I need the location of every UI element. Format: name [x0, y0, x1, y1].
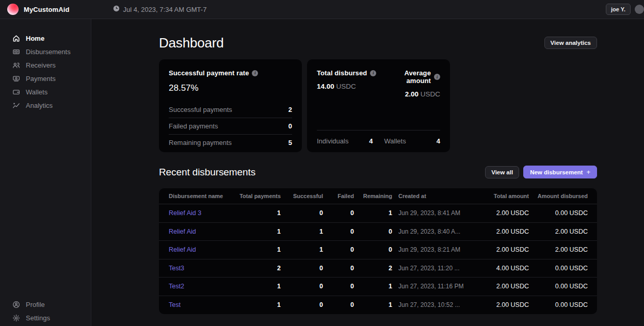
- successful-cell: 1: [281, 246, 323, 253]
- amount-unit: USDC: [336, 83, 356, 90]
- wallets-label: Wallets: [384, 137, 406, 145]
- table-header: Disbursement name Total payments Success…: [159, 188, 597, 204]
- total-payments-cell: 1: [237, 228, 281, 235]
- wallets-value: 4: [437, 137, 440, 145]
- gear-icon: [12, 314, 20, 322]
- disbursements-table: Disbursement name Total payments Success…: [159, 188, 597, 314]
- total-amount-cell: 2.00 USDC: [482, 283, 529, 290]
- disbursement-link[interactable]: Relief Aid 3: [169, 209, 237, 217]
- view-all-button[interactable]: View all: [485, 166, 519, 178]
- total-payments-cell: 1: [237, 283, 281, 290]
- disbursement-link[interactable]: Test: [169, 301, 237, 308]
- wallets-icon: [12, 88, 20, 96]
- successful-cell: 0: [281, 209, 323, 217]
- user-menu-button[interactable]: joe Y.: [606, 4, 631, 15]
- disbursement-link[interactable]: Relief Aid: [169, 246, 237, 253]
- sidebar-item-home[interactable]: Home: [0, 31, 91, 45]
- new-disbursement-button[interactable]: New disbursement +: [523, 166, 597, 178]
- info-icon[interactable]: i: [370, 70, 376, 76]
- app-logo-icon: [7, 4, 19, 15]
- amount-disbursed-cell: 2.00 USDC: [529, 228, 588, 235]
- table-row: Relief Aid 1 1 0 0 Jun 29, 2023, 8:21 AM…: [159, 241, 597, 259]
- sidebar: Home Disbursements Receivers Payments Wa…: [0, 19, 91, 326]
- failed-cell: 0: [323, 246, 354, 253]
- stat-row-successful: Successful payments 2: [169, 101, 292, 118]
- user-avatar[interactable]: [635, 5, 644, 14]
- sidebar-item-label: Receivers: [26, 61, 56, 69]
- totals-card: Total disbursed i 14.00 USDC Average amo…: [307, 59, 450, 152]
- remaining-cell: 2: [354, 265, 392, 272]
- stat-value: 0: [288, 122, 292, 130]
- info-icon[interactable]: i: [252, 70, 258, 76]
- successful-cell: 0: [281, 283, 323, 290]
- sidebar-item-wallets[interactable]: Wallets: [0, 85, 91, 99]
- amount-disbursed-cell: 0.00 USDC: [529, 283, 588, 290]
- top-bar: MyCustomAid Jul 4, 2023, 7:34 AM GMT-7 j…: [0, 0, 644, 19]
- stat-cards: Successful payment rate i 28.57% Success…: [159, 59, 597, 152]
- individuals-value: 4: [369, 137, 373, 145]
- sidebar-item-disbursements[interactable]: Disbursements: [0, 45, 91, 58]
- payment-rate-title: Successful payment rate: [169, 69, 249, 77]
- table-row: Relief Aid 3 1 0 0 1 Jun 29, 2023, 8:41 …: [159, 204, 597, 223]
- amount-number: 14.00: [317, 83, 334, 90]
- disbursement-link[interactable]: Test2: [169, 283, 237, 290]
- stat-row-remaining: Remaining payments 5: [169, 134, 292, 151]
- table-row: Relief Aid 1 1 0 0 Jun 29, 2023, 8:40 A.…: [159, 223, 597, 241]
- sidebar-item-receivers[interactable]: Receivers: [0, 58, 91, 72]
- column-header: Created at: [392, 193, 482, 199]
- recent-disbursements-title: Recent disbursements: [159, 167, 255, 178]
- average-amount-title: Average amount: [379, 69, 431, 85]
- sidebar-item-label: Wallets: [26, 88, 47, 96]
- sidebar-item-label: Payments: [26, 75, 56, 83]
- payment-rate-value: 28.57%: [169, 83, 292, 93]
- total-payments-cell: 2: [237, 265, 281, 272]
- datetime-display: Jul 4, 2023, 7:34 AM GMT-7: [113, 5, 207, 13]
- sidebar-item-profile[interactable]: Profile: [0, 298, 91, 311]
- created-at-cell: Jun 27, 2023, 10:52 ...: [392, 301, 482, 308]
- total-amount-cell: 2.00 USDC: [482, 228, 529, 235]
- created-at-cell: Jun 29, 2023, 8:41 AM: [392, 209, 482, 217]
- stat-row-failed: Failed payments 0: [169, 118, 292, 134]
- sidebar-item-label: Analytics: [26, 102, 53, 109]
- amount-disbursed-cell: 0.00 USDC: [529, 265, 588, 272]
- sidebar-footer: Profile Settings: [0, 298, 91, 324]
- remaining-cell: 1: [354, 283, 392, 290]
- total-payments-cell: 1: [237, 246, 281, 253]
- sidebar-item-settings[interactable]: Settings: [0, 311, 91, 324]
- remaining-cell: 1: [354, 209, 392, 217]
- sidebar-item-analytics[interactable]: Analytics: [0, 99, 91, 112]
- created-at-cell: Jun 29, 2023, 8:40 A...: [392, 228, 482, 235]
- total-amount-cell: 2.00 USDC: [482, 301, 529, 308]
- total-payments-cell: 1: [237, 209, 281, 217]
- receivers-icon: [12, 61, 20, 69]
- remaining-cell: 0: [354, 246, 392, 253]
- clock-icon: [113, 5, 120, 13]
- sidebar-item-label: Home: [26, 35, 44, 42]
- remaining-cell: 1: [354, 301, 392, 308]
- payments-icon: [12, 75, 20, 83]
- info-icon[interactable]: i: [434, 74, 440, 80]
- successful-cell: 1: [281, 228, 323, 235]
- view-analytics-button[interactable]: View analytics: [544, 37, 597, 49]
- individuals-stat: Individuals 4: [317, 137, 373, 145]
- failed-cell: 0: [323, 228, 354, 235]
- new-disbursement-label: New disbursement: [530, 169, 583, 175]
- table-row: Test3 2 0 0 2 Jun 27, 2023, 11:20 ... 4.…: [159, 259, 597, 278]
- table-row: Test 1 0 0 1 Jun 27, 2023, 10:52 ... 2.0…: [159, 296, 597, 315]
- disbursements-icon: [12, 48, 20, 56]
- column-header: Total amount: [482, 193, 529, 199]
- created-at-cell: Jun 27, 2023, 11:20 ...: [392, 265, 482, 272]
- sidebar-item-label: Profile: [26, 301, 45, 308]
- payment-rate-card: Successful payment rate i 28.57% Success…: [159, 59, 302, 152]
- total-payments-cell: 1: [237, 301, 281, 308]
- sidebar-item-payments[interactable]: Payments: [0, 72, 91, 85]
- amount-number: 2.00: [405, 90, 418, 98]
- created-at-cell: Jun 27, 2023, 11:16 PM: [392, 283, 482, 290]
- column-header: Disbursement name: [169, 193, 237, 199]
- amount-unit: USDC: [421, 90, 440, 98]
- total-disbursed-title: Total disbursed: [317, 69, 367, 77]
- page-title: Dashboard: [159, 35, 223, 51]
- disbursement-link[interactable]: Test3: [169, 265, 237, 272]
- disbursement-link[interactable]: Relief Aid: [169, 228, 237, 235]
- amount-disbursed-cell: 0.00 USDC: [529, 209, 588, 217]
